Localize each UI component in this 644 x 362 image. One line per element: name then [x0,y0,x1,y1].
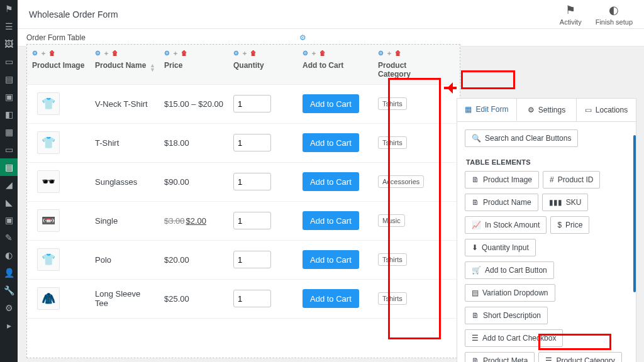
gear-icon[interactable]: ⚙ [378,50,384,57]
category-badge[interactable]: Music [378,214,405,227]
product-name-cell[interactable]: Long Sleeve Tee [90,284,159,313]
thumbnail[interactable]: 🕶️ [37,170,60,193]
section-table-elements: TABLE ELEMENTS [466,158,628,166]
element-product-image[interactable]: 🗎Product Image [465,171,539,189]
sidebar-item[interactable]: ✎ [0,229,18,246]
trash-icon[interactable]: 🗑 [112,50,118,57]
page-title: Wholesale Order Form [29,9,118,19]
thumbnail[interactable]: 👕 [37,92,60,115]
element-sku[interactable]: ▮▮▮SKU [542,194,589,211]
product-name-cell[interactable]: T-Shirt [90,133,159,153]
price-cell: $90.00 [159,172,228,192]
sidebar-item[interactable]: ◧ [0,106,18,123]
add-to-cart-button[interactable]: Add to Cart [303,172,359,191]
scrollbar[interactable] [633,135,636,292]
tab-order-form-table[interactable]: Order Form Table [26,33,86,42]
sidebar-item[interactable]: ◣ [0,194,18,211]
element-product-meta[interactable]: 🗎Product Meta [465,352,535,362]
gear-icon[interactable]: ⚙ [164,50,170,57]
element-in-stock[interactable]: 📈In Stock Amount [465,216,547,234]
category-badge[interactable]: Tshirts [378,292,407,305]
product-name-cell[interactable]: Sunglasses [90,172,159,192]
quantity-input[interactable] [233,95,271,112]
category-badge[interactable]: Tshirts [378,253,407,266]
add-icon[interactable]: ＋ [386,50,392,57]
gear-icon[interactable]: ⚙ [303,50,308,57]
add-icon[interactable]: ＋ [172,50,179,57]
element-add-to-cart-checkbox[interactable]: ☰Add to Cart Checkbox [465,329,563,347]
trash-icon[interactable]: 🗑 [319,50,326,57]
sidebar-item[interactable]: ▭ [0,141,18,158]
sidebar-item[interactable]: 🖼 [0,35,18,53]
gear-icon[interactable]: ⚙ [299,33,306,42]
sidebar-item[interactable]: ▣ [0,88,18,106]
thumbnail[interactable]: 🧥 [37,287,60,310]
sidebar-item[interactable]: ◐ [0,246,18,264]
sidebar-item[interactable]: ⚙ [0,299,18,317]
quantity-input[interactable] [233,212,271,229]
trash-icon[interactable]: 🗑 [395,50,401,57]
sidebar-item[interactable]: 👤 [0,264,18,282]
add-to-cart-button[interactable]: Add to Cart [303,250,359,269]
add-to-cart-button[interactable]: Add to Cart [303,133,359,152]
category-badge[interactable]: Tshirts [378,97,407,110]
thumbnail[interactable]: 👕 [37,131,60,154]
add-to-cart-button[interactable]: Add to Cart [303,211,359,230]
sidebar-item[interactable]: ⚑ [0,0,18,18]
sidebar-item[interactable]: ▤ [0,70,18,88]
quantity-input[interactable] [233,251,271,268]
sidebar-item[interactable]: ◢ [0,176,18,194]
add-to-cart-button[interactable]: Add to Cart [303,289,359,308]
topbar: Wholesale Order Form ⚑ Activity ◐ Finish… [18,0,644,29]
sidebar-item[interactable]: ▦ [0,123,18,141]
grid-icon: ▦ [465,105,472,114]
category-badge[interactable]: Accessories [378,175,424,188]
element-variation-dropdown[interactable]: ▤Variation Dropdown [465,284,555,302]
tab-settings[interactable]: ⚙ Settings [517,99,577,121]
add-to-cart-button[interactable]: Add to Cart [303,94,359,113]
add-icon[interactable]: ＋ [40,50,47,57]
tab-edit-form[interactable]: ▦ Edit Form [457,99,517,121]
element-product-id[interactable]: #Product ID [543,171,600,189]
sidebar-item[interactable]: ☰ [0,18,18,35]
gear-icon[interactable]: ⚙ [233,50,239,57]
product-name-cell[interactable]: Single [90,211,159,231]
thumbnail[interactable]: 👕 [37,248,60,271]
element-product-category[interactable]: ☰Product Category [538,352,621,362]
download-icon: ⬇ [472,243,478,252]
add-icon[interactable]: ＋ [103,50,109,57]
activity-button[interactable]: ⚑ Activity [560,3,582,26]
trash-icon[interactable]: 🗑 [250,50,257,57]
quantity-input[interactable] [233,290,271,307]
gear-icon[interactable]: ⚙ [32,50,38,57]
finish-setup-button[interactable]: ◐ Finish setup [596,3,633,26]
tab-locations[interactable]: ▭ Locations [577,99,636,121]
quantity-input[interactable] [233,173,271,190]
product-name-cell[interactable]: V-Neck T-Shirt [90,94,159,114]
quantity-input[interactable] [233,134,271,151]
element-product-name[interactable]: 🗎Product Name [465,194,538,211]
sort-icon[interactable]: ▲▼ [150,63,155,72]
category-badge[interactable]: Tshirts [378,136,407,149]
finish-label: Finish setup [596,18,633,26]
sidebar-item[interactable]: 🔧 [0,282,18,299]
element-short-description[interactable]: 🗎Short Description [465,307,548,324]
gear-icon[interactable]: ⚙ [95,50,101,57]
sidebar-item[interactable]: ▣ [0,211,18,229]
sidebar-item[interactable]: ▸ [0,317,18,334]
add-icon[interactable]: ＋ [242,50,248,57]
thumbnail[interactable]: 📼 [37,209,60,232]
element-search-clear[interactable]: 🔍 Search and Clear Buttons [465,129,578,147]
trash-icon[interactable]: 🗑 [181,50,187,57]
trash-icon[interactable]: 🗑 [49,50,55,57]
element-price[interactable]: $Price [550,216,589,234]
sidebar-item-active[interactable]: ▤ [0,158,18,176]
product-name-cell[interactable]: Polo [90,250,159,270]
add-icon[interactable]: ＋ [311,50,317,57]
element-qty-input[interactable]: ⬇Quantity Input [465,239,536,256]
element-add-to-cart-button[interactable]: 🛒Add to Cart Button [465,261,554,279]
sidebar-item[interactable]: ▭ [0,53,18,70]
table-row: 👕V-Neck T-Shirt $15.00 – $20.00Add to Ca… [27,85,460,124]
file-icon: 🗎 [472,175,479,184]
file-icon: 🗎 [472,198,479,207]
